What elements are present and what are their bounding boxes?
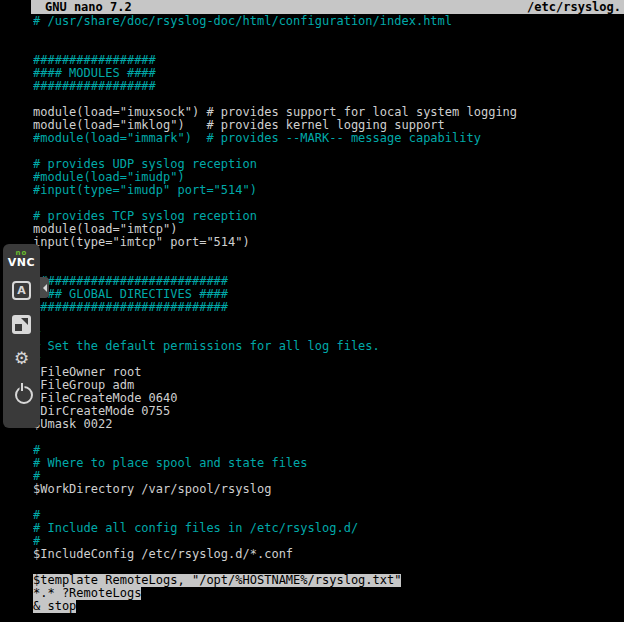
editor-line — [33, 496, 624, 509]
editor-line: # Include all config files in /etc/rsysl… — [33, 522, 624, 535]
editor-line: & stop — [33, 600, 624, 613]
fullscreen-icon-inner-square — [15, 324, 22, 331]
editor-lines: # /usr/share/doc/rsyslog-doc/html/config… — [33, 15, 624, 613]
editor-line — [33, 431, 624, 444]
nano-version: GNU nano 7.2 — [45, 0, 132, 14]
nano-filename: /etc/rsyslog. — [527, 0, 621, 14]
fullscreen-icon-arrow — [21, 318, 28, 325]
editor-line: $WorkDirectory /var/spool/rsyslog — [33, 483, 624, 496]
editor-line: $IncludeConfig /etc/rsyslog.d/*.conf — [33, 548, 624, 561]
editor-line: $DirCreateMode 0755 — [33, 405, 624, 418]
power-icon — [13, 383, 31, 401]
fullscreen-button[interactable] — [9, 311, 35, 337]
novnc-logo: no VNC — [8, 249, 35, 267]
collapse-arrow-icon — [43, 284, 47, 292]
editor-line — [33, 314, 624, 327]
editor-line: #module(load="immark") # provides --MARK… — [33, 132, 624, 145]
terminal[interactable]: GNU nano 7.2 /etc/rsyslog. # /usr/share/… — [31, 0, 624, 622]
novnc-screen: GNU nano 7.2 /etc/rsyslog. # /usr/share/… — [0, 0, 624, 622]
editor-line: # Set the default permissions for all lo… — [33, 340, 624, 353]
novnc-logo-vnc: VNC — [8, 258, 35, 267]
editor-line: ########################### — [33, 301, 624, 314]
editor-line: # Where to place spool and state files — [33, 457, 624, 470]
editor-line: #input(type="imudp" port="514") — [33, 184, 624, 197]
editor-line: ################# — [33, 80, 624, 93]
control-bar-handle[interactable] — [40, 277, 49, 298]
gear-icon: ⚙ — [14, 350, 29, 367]
editor-line: # /usr/share/doc/rsyslog-doc/html/config… — [33, 15, 624, 28]
keyboard-a-icon: A — [12, 281, 31, 300]
editor-line: *.* ?RemoteLogs — [33, 587, 624, 600]
editor-line — [33, 28, 624, 41]
fullscreen-icon — [12, 315, 31, 334]
settings-button[interactable]: ⚙ — [9, 345, 35, 371]
editor-line: $Umask 0022 — [33, 418, 624, 431]
power-button[interactable] — [9, 379, 35, 405]
nano-titlebar: GNU nano 7.2 /etc/rsyslog. — [31, 0, 624, 14]
extra-keys-button[interactable]: A — [9, 277, 35, 303]
editor-line — [33, 249, 624, 262]
vnc-control-bar: no VNC A ⚙ — [3, 244, 40, 428]
editor-line: input(type="imtcp" port="514") — [33, 236, 624, 249]
